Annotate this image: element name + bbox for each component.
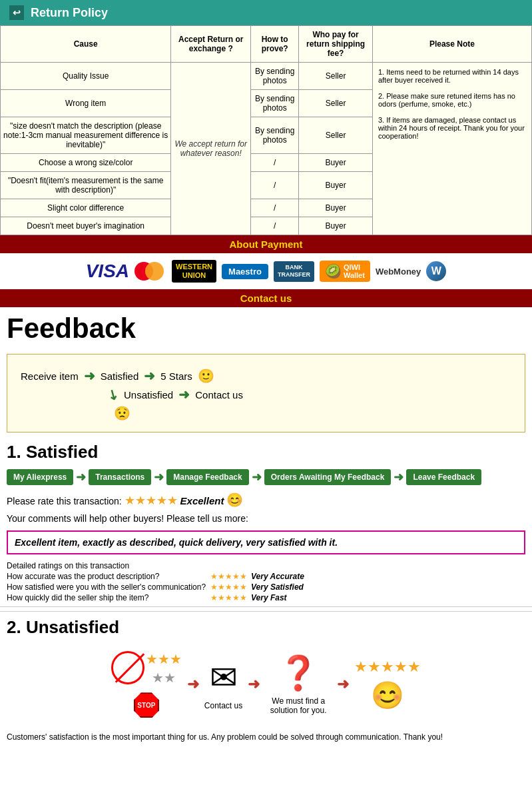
cause-cell: Doesn't meet buyer's imagination — [1, 217, 171, 235]
rating-stars-1: ★★★★★ — [210, 572, 247, 581]
feedback-flow-box: Receive item ➜ Satisfied ➜ 5 Stars 🙂 ↘ U… — [7, 354, 525, 432]
detailed-ratings-label: Detailed ratings on this transaction — [7, 561, 525, 570]
cause-cell: Choose a wrong size/color — [1, 154, 171, 172]
proof-cell: / — [251, 154, 299, 172]
rating-q2: How satisfied were you with the seller's… — [7, 582, 206, 592]
solution-label: We must find a solution for you. — [265, 696, 332, 715]
step-manage-feedback: Manage Feedback — [166, 469, 248, 485]
note-cell: 1. Items need to be returned within 14 d… — [372, 63, 531, 235]
solution-item: ❓ We must find a solution for you. — [265, 654, 332, 715]
payment-logos: VISA WESTERNUNION Maestro BANKTRANSFER 🥝… — [0, 253, 532, 289]
western-union-logo: WESTERNUNION — [172, 260, 216, 283]
table-row: Quality Issue We accept return for whate… — [1, 63, 532, 90]
rating-q1: How accurate was the product description… — [7, 572, 206, 581]
satisfied-heading: 1. Satisfied — [0, 436, 532, 465]
payer-cell: Seller — [299, 90, 373, 117]
rating-text-2: Very Satisfied — [251, 582, 304, 592]
bank-transfer-logo: BANKTRANSFER — [274, 261, 314, 282]
step-leave-feedback: Leave Feedback — [406, 469, 481, 485]
rating-text-1: Very Accurate — [251, 572, 304, 581]
step-transactions: Transactions — [89, 469, 151, 485]
unsatisfied-heading: 2. Unsatisfied — [0, 612, 532, 640]
col-payer: Who pay for return shipping fee? — [299, 26, 373, 63]
proof-cell: By sending photos — [251, 63, 299, 90]
smile-emoji: 🙂 — [198, 368, 214, 384]
unsatisfied-arrow-1: ➜ — [187, 676, 199, 693]
webmoney-logo: WebMoney — [376, 267, 421, 277]
arrow-right-icon-2: ➜ — [144, 368, 155, 384]
rating-stars-2: ★★★★★ — [210, 582, 247, 592]
rate-label: Please rate this transaction: — [7, 496, 122, 506]
contact-header: Contact us — [0, 289, 532, 307]
frown-emoji: 😟 — [114, 406, 131, 420]
col-accept: Accept Return or exchange ? — [171, 26, 251, 63]
step-orders-awaiting: Orders Awaiting My Feedback — [264, 469, 392, 485]
proof-cell: By sending photos — [251, 90, 299, 117]
unsatisfied-label: Unsatisfied — [124, 389, 173, 400]
email-icon: ✉ — [210, 658, 238, 697]
col-cause: Cause — [1, 26, 171, 63]
five-stars-label: 5 Stars — [160, 371, 192, 382]
webmoney-icon: W — [426, 261, 446, 281]
return-icon: ↩ — [9, 5, 24, 20]
accept-cell: We accept return for whatever reason! — [171, 63, 251, 235]
contact-us-flow-label: Contact us — [204, 701, 242, 710]
mastercard-logo — [134, 261, 166, 281]
no-icon — [111, 651, 144, 684]
rating-row-2: How satisfied were you with the seller's… — [7, 582, 525, 592]
cause-cell: Quality Issue — [1, 63, 171, 90]
visa-logo: VISA — [86, 261, 129, 282]
stop-sign-icon: STOP — [134, 692, 159, 718]
policy-table: Cause Accept Return or exchange ? How to… — [0, 25, 532, 235]
step-my-aliexpress: My Aliexpress — [7, 469, 73, 485]
cause-cell: Slight color difference — [1, 199, 171, 217]
contact-us-label: Contact us — [195, 389, 243, 400]
feedback-title: Feedback — [0, 307, 532, 350]
satisfied-label: Satisfied — [101, 371, 139, 382]
question-mark-icon: ❓ — [278, 654, 319, 692]
rate-smile-emoji: 😊 — [226, 492, 243, 507]
receive-item-label: Receive item — [21, 371, 79, 382]
proof-cell: / — [251, 199, 299, 217]
rating-row-1: How accurate was the product description… — [7, 572, 525, 581]
comments-prompt: Your comments will help other buyers! Pl… — [0, 510, 532, 526]
unsatisfied-section: 2. Unsatisfied ★★★ ★★ STOP ➜ ✉ Contact u… — [0, 611, 532, 752]
payment-title: About Payment — [229, 239, 302, 250]
proof-cell: By sending photos — [251, 117, 299, 154]
payer-cell: Buyer — [299, 172, 373, 199]
payer-cell: Buyer — [299, 199, 373, 217]
mc-yellow-circle — [145, 262, 164, 281]
payer-cell: Buyer — [299, 154, 373, 172]
arrow-right-icon: ➜ — [84, 368, 95, 384]
rate-row: Please rate this transaction: ★★★★★ Exce… — [0, 489, 532, 510]
example-comment: Excellent item, exactly as described, qu… — [7, 530, 525, 554]
proof-cell: / — [251, 217, 299, 235]
email-item: ✉ Contact us — [204, 658, 242, 710]
arrow-right-icon-3: ➜ — [178, 387, 190, 402]
arrow-down-icon: ↘ — [104, 385, 122, 404]
qiwi-logo: 🥝QIWIWallet — [320, 261, 370, 282]
payer-cell: Seller — [299, 63, 373, 90]
step-arrow-3: ➜ — [252, 470, 262, 484]
excellent-label: Excellent — [180, 495, 224, 506]
return-policy-title: Return Policy — [31, 6, 108, 20]
cause-cell: "Doesn't fit(item's measurement is the s… — [1, 172, 171, 199]
step-arrow-1: ➜ — [76, 470, 86, 484]
return-policy-header: ↩ Return Policy — [0, 0, 532, 25]
unsatisfied-arrow-2: ➜ — [248, 676, 260, 693]
payment-header: About Payment — [0, 235, 532, 253]
maestro-logo: Maestro — [222, 264, 268, 279]
proof-cell: / — [251, 172, 299, 199]
rating-stars: ★★★★★ — [125, 494, 178, 507]
ratings-detail: Detailed ratings on this transaction How… — [0, 558, 532, 606]
cause-cell: Wrong item — [1, 90, 171, 117]
stars-happy-item: ★★★★★ 😊 — [354, 658, 421, 711]
rating-text-3: Very Fast — [251, 593, 287, 602]
rating-q3: How quickly did the seller ship the item… — [7, 593, 206, 602]
contact-title: Contact us — [240, 293, 292, 304]
payer-cell: Seller — [299, 117, 373, 154]
payer-cell: Buyer — [299, 217, 373, 235]
steps-bar: My Aliexpress ➜ Transactions ➜ Manage Fe… — [0, 465, 532, 489]
col-proof: How to prove? — [251, 26, 299, 63]
step-arrow-2: ➜ — [154, 470, 164, 484]
